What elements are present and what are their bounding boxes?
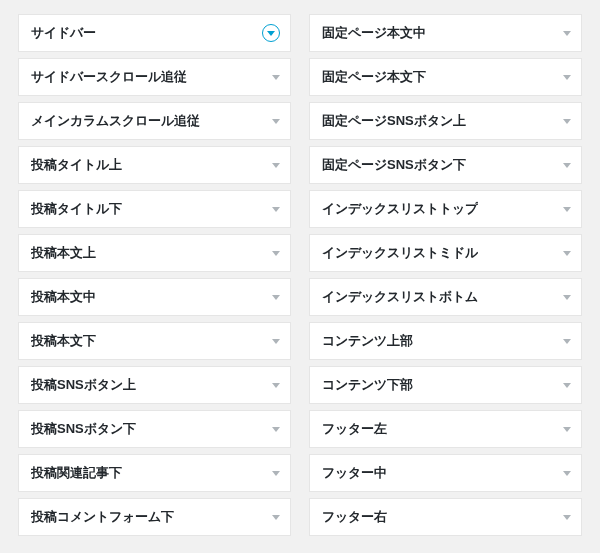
widget-area-item[interactable]: メインカラムスクロール追従 bbox=[18, 102, 291, 140]
chevron-down-icon bbox=[272, 295, 280, 300]
widget-area-item[interactable]: 投稿本文中 bbox=[18, 278, 291, 316]
widget-area-item[interactable]: コンテンツ上部 bbox=[309, 322, 582, 360]
chevron-down-icon bbox=[272, 163, 280, 168]
chevron-down-icon bbox=[563, 383, 571, 388]
widget-area-item[interactable]: フッター左 bbox=[309, 410, 582, 448]
widget-area-label: 投稿タイトル下 bbox=[31, 200, 122, 218]
widget-area-label: 投稿コメントフォーム下 bbox=[31, 508, 174, 526]
widget-area-label: フッター中 bbox=[322, 464, 387, 482]
chevron-down-icon bbox=[272, 383, 280, 388]
widget-area-label: フッター右 bbox=[322, 508, 387, 526]
chevron-down-icon bbox=[272, 339, 280, 344]
widget-area-item[interactable]: サイドバー bbox=[18, 14, 291, 52]
chevron-down-icon bbox=[563, 31, 571, 36]
widget-area-item[interactable]: サイドバースクロール追従 bbox=[18, 58, 291, 96]
widget-area-item[interactable]: 固定ページ本文下 bbox=[309, 58, 582, 96]
widget-area-item[interactable]: 投稿本文下 bbox=[18, 322, 291, 360]
widget-area-item[interactable]: コンテンツ下部 bbox=[309, 366, 582, 404]
chevron-down-icon bbox=[272, 207, 280, 212]
widget-area-label: 固定ページSNSボタン下 bbox=[322, 156, 466, 174]
chevron-down-icon bbox=[272, 515, 280, 520]
widget-area-item[interactable]: 投稿タイトル上 bbox=[18, 146, 291, 184]
widget-area-item[interactable]: 投稿SNSボタン上 bbox=[18, 366, 291, 404]
chevron-down-icon bbox=[563, 207, 571, 212]
widget-area-label: インデックスリストトップ bbox=[322, 200, 478, 218]
widget-area-item[interactable]: フッター右 bbox=[309, 498, 582, 536]
chevron-down-circle-icon bbox=[262, 24, 280, 42]
chevron-down-icon bbox=[563, 119, 571, 124]
widget-area-item[interactable]: 投稿関連記事下 bbox=[18, 454, 291, 492]
widget-area-label: 投稿本文中 bbox=[31, 288, 96, 306]
widget-area-label: サイドバースクロール追従 bbox=[31, 68, 187, 86]
widget-area-label: 固定ページ本文下 bbox=[322, 68, 426, 86]
widget-area-item[interactable]: インデックスリストミドル bbox=[309, 234, 582, 272]
widget-area-item[interactable]: 投稿SNSボタン下 bbox=[18, 410, 291, 448]
chevron-down-icon bbox=[563, 295, 571, 300]
widget-area-label: 投稿SNSボタン上 bbox=[31, 376, 136, 394]
widget-area-item[interactable]: インデックスリストボトム bbox=[309, 278, 582, 316]
widget-area-item[interactable]: 投稿本文上 bbox=[18, 234, 291, 272]
widget-area-label: 固定ページSNSボタン上 bbox=[322, 112, 466, 130]
chevron-down-icon bbox=[563, 471, 571, 476]
widget-area-item[interactable]: 投稿タイトル下 bbox=[18, 190, 291, 228]
chevron-down-icon bbox=[563, 251, 571, 256]
chevron-down-icon bbox=[272, 75, 280, 80]
widget-area-label: フッター左 bbox=[322, 420, 387, 438]
widget-area-label: インデックスリストミドル bbox=[322, 244, 478, 262]
chevron-down-icon bbox=[563, 427, 571, 432]
widget-area-item[interactable]: 投稿コメントフォーム下 bbox=[18, 498, 291, 536]
chevron-down-icon bbox=[272, 471, 280, 476]
chevron-down-icon bbox=[272, 119, 280, 124]
widget-area-item[interactable]: インデックスリストトップ bbox=[309, 190, 582, 228]
widget-area-label: コンテンツ上部 bbox=[322, 332, 413, 350]
widget-area-item[interactable]: フッター中 bbox=[309, 454, 582, 492]
widget-area-label: 投稿本文下 bbox=[31, 332, 96, 350]
widget-area-label: 投稿本文上 bbox=[31, 244, 96, 262]
widget-area-label: サイドバー bbox=[31, 24, 96, 42]
chevron-down-icon bbox=[563, 75, 571, 80]
chevron-down-icon bbox=[272, 427, 280, 432]
widget-area-label: メインカラムスクロール追従 bbox=[31, 112, 200, 130]
widget-area-item[interactable]: 固定ページ本文中 bbox=[309, 14, 582, 52]
widget-area-label: 投稿SNSボタン下 bbox=[31, 420, 136, 438]
widget-area-label: 投稿関連記事下 bbox=[31, 464, 122, 482]
chevron-down-icon bbox=[563, 515, 571, 520]
chevron-down-icon bbox=[563, 339, 571, 344]
chevron-down-icon bbox=[563, 163, 571, 168]
widget-area-label: インデックスリストボトム bbox=[322, 288, 478, 306]
widget-area-item[interactable]: 固定ページSNSボタン下 bbox=[309, 146, 582, 184]
widget-area-item[interactable]: 固定ページSNSボタン上 bbox=[309, 102, 582, 140]
widget-area-label: コンテンツ下部 bbox=[322, 376, 413, 394]
widget-area-label: 固定ページ本文中 bbox=[322, 24, 426, 42]
widget-area-label: 投稿タイトル上 bbox=[31, 156, 122, 174]
chevron-down-icon bbox=[272, 251, 280, 256]
widget-area-grid: サイドバー固定ページ本文中サイドバースクロール追従固定ページ本文下メインカラムス… bbox=[18, 14, 582, 536]
